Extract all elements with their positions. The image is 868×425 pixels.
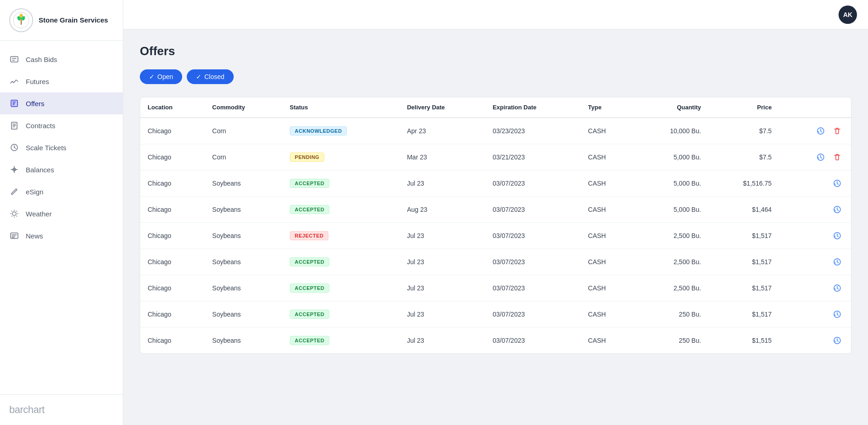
cell-commodity: Soybeans xyxy=(205,170,282,197)
cell-expiration-date: 03/07/2023 xyxy=(485,223,581,249)
cell-location: Chicago xyxy=(140,249,205,275)
status-badge: ACCEPTED xyxy=(290,283,330,293)
cell-expiration-date: 03/21/2023 xyxy=(485,144,581,170)
sidebar-item-contracts[interactable]: Contracts xyxy=(0,114,123,136)
history-button[interactable] xyxy=(831,334,844,347)
history-button[interactable] xyxy=(831,203,844,216)
sidebar-item-scale-tickets[interactable]: Scale Tickets xyxy=(0,136,123,159)
table-row: Chicago Soybeans REJECTED Jul 23 03/07/2… xyxy=(140,223,851,249)
user-avatar[interactable]: AK xyxy=(839,6,857,24)
sidebar-item-futures[interactable]: Futures xyxy=(0,70,123,92)
cell-quantity: 2,500 Bu. xyxy=(634,249,708,275)
cell-actions xyxy=(779,275,851,301)
cell-location: Chicago xyxy=(140,197,205,223)
cell-price: $1,517 xyxy=(708,275,779,301)
cell-commodity: Soybeans xyxy=(205,328,282,354)
cell-commodity: Soybeans xyxy=(205,249,282,275)
cell-quantity: 5,000 Bu. xyxy=(634,170,708,197)
sidebar-item-cash-bids[interactable]: Cash Bids xyxy=(0,48,123,70)
col-actions xyxy=(779,97,851,118)
cell-actions xyxy=(779,197,851,223)
sidebar-item-news[interactable]: News xyxy=(0,225,123,247)
cell-commodity: Soybeans xyxy=(205,223,282,249)
table-row: Chicago Corn PENDING Mar 23 03/21/2023 C… xyxy=(140,144,851,170)
offers-table-container: Location Commodity Status Delivery Date … xyxy=(140,97,851,354)
cell-status: REJECTED xyxy=(282,223,400,249)
cell-delivery-date: Jul 23 xyxy=(400,275,485,301)
cell-actions xyxy=(779,118,851,144)
svg-point-10 xyxy=(12,212,16,215)
cell-type: CASH xyxy=(581,249,633,275)
action-icons xyxy=(787,308,844,321)
futures-icon xyxy=(9,76,19,86)
cell-expiration-date: 03/07/2023 xyxy=(485,170,581,197)
status-badge: ACCEPTED xyxy=(290,205,330,214)
cell-price: $1,517 xyxy=(708,301,779,328)
svg-rect-6 xyxy=(11,57,18,62)
cell-expiration-date: 03/07/2023 xyxy=(485,197,581,223)
sidebar-item-contracts-label: Contracts xyxy=(26,122,55,130)
weather-icon xyxy=(9,209,19,219)
action-icons xyxy=(787,203,844,216)
barchart-brand: barchart xyxy=(9,404,114,416)
action-icons xyxy=(787,334,844,347)
history-button[interactable] xyxy=(831,308,844,321)
cell-actions xyxy=(779,170,851,197)
history-button[interactable] xyxy=(814,151,827,164)
sidebar-item-offers[interactable]: Offers xyxy=(0,92,123,114)
history-button[interactable] xyxy=(831,177,844,190)
history-button[interactable] xyxy=(831,255,844,268)
cell-commodity: Corn xyxy=(205,118,282,144)
history-button[interactable] xyxy=(831,229,844,242)
sidebar-item-cash-bids-label: Cash Bids xyxy=(26,56,57,63)
cell-delivery-date: Mar 23 xyxy=(400,144,485,170)
cell-expiration-date: 03/07/2023 xyxy=(485,249,581,275)
table-row: Chicago Soybeans ACCEPTED Jul 23 03/07/2… xyxy=(140,170,851,197)
filter-closed-button[interactable]: ✓ Closed xyxy=(187,69,234,84)
cell-type: CASH xyxy=(581,170,633,197)
status-badge: PENDING xyxy=(290,153,325,162)
sidebar-nav: Cash Bids Futures Offers xyxy=(0,41,123,394)
table-body: Chicago Corn ACKNOWLEDGED Apr 23 03/23/2… xyxy=(140,118,851,353)
cell-quantity: 2,500 Bu. xyxy=(634,223,708,249)
cell-price: $1,516.75 xyxy=(708,170,779,197)
cell-price: $1,464 xyxy=(708,197,779,223)
scale-tickets-icon xyxy=(9,142,19,153)
page-title: Offers xyxy=(140,44,851,58)
col-price: Price xyxy=(708,97,779,118)
contracts-icon xyxy=(9,120,19,130)
cell-status: ACCEPTED xyxy=(282,197,400,223)
cell-type: CASH xyxy=(581,144,633,170)
col-commodity: Commodity xyxy=(205,97,282,118)
cell-status: ACCEPTED xyxy=(282,328,400,354)
cell-type: CASH xyxy=(581,301,633,328)
cell-commodity: Soybeans xyxy=(205,197,282,223)
cell-type: CASH xyxy=(581,118,633,144)
col-quantity: Quantity xyxy=(634,97,708,118)
check-closed-icon: ✓ xyxy=(196,73,201,80)
sidebar-item-esign[interactable]: eSign xyxy=(0,181,123,203)
delete-button[interactable] xyxy=(831,125,844,137)
table-row: Chicago Soybeans ACCEPTED Jul 23 03/07/2… xyxy=(140,275,851,301)
cell-status: ACCEPTED xyxy=(282,170,400,197)
sidebar-logo: Stone Grain Services xyxy=(0,0,123,41)
cell-location: Chicago xyxy=(140,118,205,144)
filter-open-button[interactable]: ✓ Open xyxy=(140,69,182,84)
history-button[interactable] xyxy=(831,282,844,295)
cell-quantity: 5,000 Bu. xyxy=(634,197,708,223)
delete-button[interactable] xyxy=(831,151,844,164)
action-icons xyxy=(787,151,844,164)
cell-commodity: Soybeans xyxy=(205,301,282,328)
cell-delivery-date: Jul 23 xyxy=(400,249,485,275)
cell-quantity: 250 Bu. xyxy=(634,328,708,354)
cell-quantity: 10,000 Bu. xyxy=(634,118,708,144)
table-header-row: Location Commodity Status Delivery Date … xyxy=(140,97,851,118)
history-button[interactable] xyxy=(814,125,827,137)
sidebar-item-scale-tickets-label: Scale Tickets xyxy=(26,144,66,152)
cell-location: Chicago xyxy=(140,223,205,249)
sidebar-item-weather[interactable]: Weather xyxy=(0,203,123,225)
cell-expiration-date: 03/23/2023 xyxy=(485,118,581,144)
sidebar-item-balances[interactable]: Balances xyxy=(0,159,123,181)
cell-price: $1,517 xyxy=(708,223,779,249)
cell-type: CASH xyxy=(581,223,633,249)
